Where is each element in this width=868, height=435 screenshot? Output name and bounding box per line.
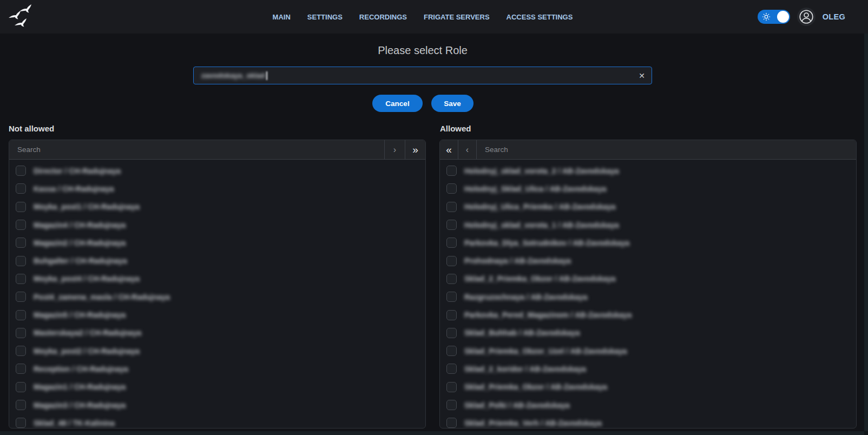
camera-row[interactable]: Magazin3 / CH-Radujnaya <box>9 396 425 414</box>
page-vertical-scrollbar[interactable] <box>864 34 868 431</box>
allowed-search-input[interactable] <box>477 140 856 159</box>
camera-row[interactable]: Sklad_Priemka_Obzor / AB-Zavodskaya <box>440 378 856 396</box>
camera-label: Magazin3 / CH-Radujnaya <box>34 401 126 410</box>
camera-row[interactable]: Sklad_Priemka_Obzor_Uzel / AB-Zavodskaya <box>440 342 856 360</box>
nav-link[interactable]: ACCESS SETTINGS <box>507 13 573 21</box>
not-allowed-search-input[interactable] <box>9 140 384 159</box>
sun-icon <box>762 12 771 21</box>
camera-checkbox[interactable] <box>446 256 457 266</box>
camera-row[interactable]: Parkovka_Pered_Magazinom / AB-Zavodskaya <box>440 306 856 324</box>
app-logo[interactable] <box>9 3 37 28</box>
camera-row[interactable]: Moyka_post4 / CH-Radujnaya <box>9 270 425 288</box>
camera-checkbox[interactable] <box>446 202 457 212</box>
camera-checkbox[interactable] <box>16 202 26 212</box>
camera-checkbox[interactable] <box>16 238 26 248</box>
camera-label: Sklad_Priemka_Verh / AB-Zavodskaya <box>464 419 602 427</box>
nav-link[interactable]: RECORDINGS <box>359 13 407 21</box>
username[interactable]: OLEG <box>823 12 845 21</box>
move-right-all-button[interactable]: » <box>405 140 425 159</box>
camera-row[interactable]: Director / CH-Radujnaya <box>9 162 425 180</box>
camera-checkbox[interactable] <box>446 183 457 194</box>
camera-checkbox[interactable] <box>446 418 457 428</box>
camera-checkbox[interactable] <box>16 274 26 284</box>
camera-checkbox[interactable] <box>16 418 26 428</box>
clear-input-icon[interactable]: ✕ <box>639 71 645 80</box>
camera-checkbox[interactable] <box>446 166 457 176</box>
camera-checkbox[interactable] <box>16 328 26 338</box>
camera-row[interactable]: Holodnyj_Ulica_Priemka / AB-Zavodskaya <box>440 198 856 216</box>
camera-row[interactable]: Holodnyj_Sklad_Ulica / AB-Zavodskaya <box>440 180 856 197</box>
camera-row[interactable]: Magazin1 / CH-Radujnaya <box>9 378 425 396</box>
camera-row[interactable]: Razgruzochnaya / AB-Zavodskaya <box>440 288 856 306</box>
page-horizontal-scrollbar[interactable] <box>0 431 864 435</box>
camera-label: Sklad_Priemka_Obzor_Uzel / AB-Zavodskaya <box>464 347 627 355</box>
not-allowed-list: Director / CH-Radujnaya Kassa / CH-Raduj… <box>9 160 425 428</box>
camera-row[interactable]: Moyka_post1 / CH-Radujnaya <box>9 198 425 216</box>
camera-checkbox[interactable] <box>446 220 457 230</box>
camera-row[interactable]: Sklad_Priemka_Verh / AB-Zavodskaya <box>440 414 856 428</box>
role-input-value: zavodskaya_sklad <box>201 71 265 80</box>
camera-row[interactable]: Post4_zamena_masla / CH-Radujnaya <box>9 288 425 306</box>
camera-checkbox[interactable] <box>16 166 26 176</box>
camera-label: Moyka_post2 / CH-Radujnaya <box>34 347 140 355</box>
move-left-all-button[interactable]: « <box>440 140 458 159</box>
camera-row[interactable]: Reception / CH-Radujnaya <box>9 360 425 378</box>
camera-checkbox[interactable] <box>16 400 26 410</box>
save-button[interactable]: Save <box>431 95 474 112</box>
camera-checkbox[interactable] <box>446 274 457 284</box>
camera-label: Kassa / CH-Radujnaya <box>34 184 114 193</box>
camera-checkbox[interactable] <box>446 346 457 356</box>
text-caret <box>266 71 267 80</box>
camera-checkbox[interactable] <box>16 346 26 356</box>
camera-row[interactable]: Sklad_2_koridor / AB-Zavodskaya <box>440 360 856 378</box>
camera-checkbox[interactable] <box>446 364 457 374</box>
camera-row[interactable]: Buhgalter / CH-Radujnaya <box>9 252 425 269</box>
camera-checkbox[interactable] <box>16 310 26 320</box>
camera-row[interactable]: Prohodnaya / AB-Zavodskaya <box>440 252 856 269</box>
camera-label: Moyka_post4 / CH-Radujnaya <box>34 274 140 283</box>
camera-row[interactable]: Sklad_48 / TK-Kalinina <box>9 414 425 428</box>
camera-checkbox[interactable] <box>16 220 26 230</box>
nav-link[interactable]: MAIN <box>273 13 291 21</box>
camera-row[interactable]: Sklad_Buhhab / AB-Zavodskaya <box>440 324 856 342</box>
move-left-one-button[interactable]: ‹ <box>458 140 477 159</box>
user-avatar-icon[interactable] <box>797 8 816 26</box>
camera-label: Magazin2 / CH-Radujnaya <box>34 239 126 247</box>
camera-row[interactable]: Masterskaya2 / CH-Radujnaya <box>9 324 425 342</box>
camera-label: Sklad_2_koridor / AB-Zavodskaya <box>464 365 586 373</box>
camera-checkbox[interactable] <box>16 292 26 302</box>
camera-checkbox[interactable] <box>16 364 26 374</box>
navbar-right: OLEG <box>758 0 845 34</box>
cancel-button[interactable]: Cancel <box>372 95 423 112</box>
allowed-title: Allowed <box>440 124 471 133</box>
move-right-one-button[interactable]: › <box>384 140 405 159</box>
camera-checkbox[interactable] <box>446 238 457 248</box>
camera-row[interactable]: Holodnyj_sklad_vorota_1 / AB-Zavodskaya <box>440 216 856 234</box>
theme-toggle[interactable] <box>758 10 790 24</box>
camera-row[interactable]: Sklad_2_Priemka_Obzor / AB-Zavodskaya <box>440 270 856 288</box>
camera-checkbox[interactable] <box>446 292 457 302</box>
camera-checkbox[interactable] <box>446 382 457 392</box>
camera-row[interactable]: Magazin5 / CH-Radujnaya <box>9 306 425 324</box>
camera-row[interactable]: Magazin4 / CH-Radujnaya <box>9 216 425 234</box>
nav-link[interactable]: SETTINGS <box>307 13 343 21</box>
camera-label: Sklad_Priemka_Obzor / AB-Zavodskaya <box>464 383 607 391</box>
not-allowed-title: Not allowed <box>9 124 54 133</box>
camera-checkbox[interactable] <box>446 400 457 410</box>
camera-checkbox[interactable] <box>16 256 26 266</box>
camera-checkbox[interactable] <box>446 328 457 338</box>
camera-row[interactable]: Holodnyj_sklad_vorota_2 / AB-Zavodskaya <box>440 162 856 180</box>
role-input[interactable]: zavodskaya_sklad ✕ <box>193 67 652 84</box>
camera-label: Moyka_post1 / CH-Radujnaya <box>34 202 140 211</box>
camera-row[interactable]: Magazin2 / CH-Radujnaya <box>9 234 425 252</box>
camera-checkbox[interactable] <box>446 310 457 320</box>
camera-checkbox[interactable] <box>16 382 26 392</box>
camera-checkbox[interactable] <box>16 183 26 194</box>
scrollbar-corner <box>864 431 868 435</box>
camera-row[interactable]: Moyka_post2 / CH-Radujnaya <box>9 342 425 360</box>
camera-row[interactable]: Parkovka_Dlya_Sotrudnikov / AB-Zavodskay… <box>440 234 856 252</box>
camera-row[interactable]: Kassa / CH-Radujnaya <box>9 180 425 197</box>
nav-link[interactable]: FRIGATE SERVERS <box>424 13 490 21</box>
camera-row[interactable]: Sklad_Polki / AB-Zavodskaya <box>440 396 856 414</box>
camera-label: Magazin1 / CH-Radujnaya <box>34 383 126 391</box>
